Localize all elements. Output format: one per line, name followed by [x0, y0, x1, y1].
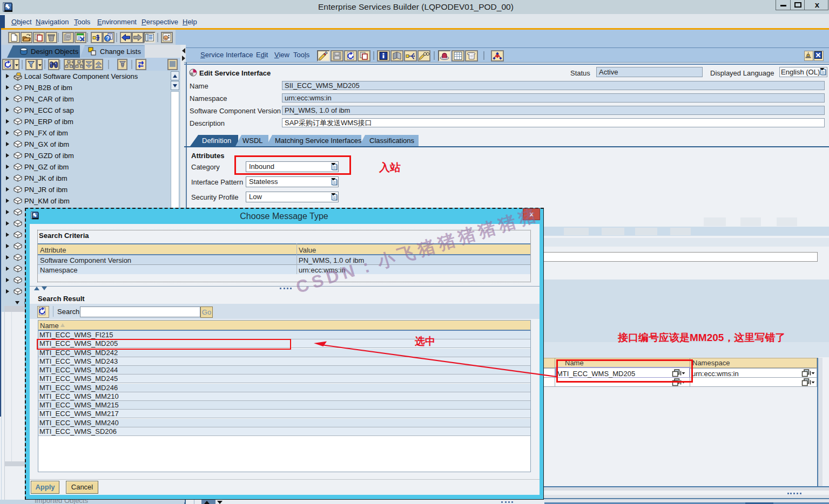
svg-text:?: ?	[106, 36, 110, 42]
